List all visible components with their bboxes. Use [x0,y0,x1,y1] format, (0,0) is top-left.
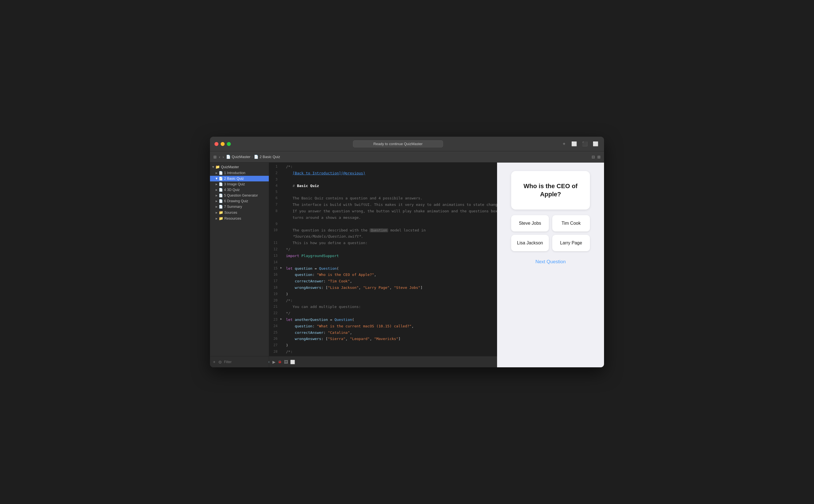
line-code-2: [Back to Introduction](@previous) [285,170,497,177]
titlebar: Ready to continue QuizMaster ＋ ⬜ ⬛ ⬜ [210,137,604,151]
drawing-quiz-expand-icon: ▶ [216,200,218,203]
line-code-13: import PlaygroundSupport [285,253,497,259]
line-number-15: 15 [269,265,280,271]
code-line-21: 21 You can add multiple questions: [269,304,497,310]
breadcrumb-item-1[interactable]: QuizMaster [232,155,250,159]
line-number-12: 12 [269,246,280,252]
add-file-button[interactable]: ＋ [212,359,216,365]
line-number-18: 18 [269,285,280,291]
code-lines: 1 /*: 2 [Back to Introduction](@previous… [269,163,497,356]
toolbar-left: ⊞ ‹ › [214,155,224,159]
line-number-14: 14 [269,259,280,265]
line-number-13: 13 [269,253,280,259]
image-view-button[interactable]: 🖼 [284,360,288,364]
sidebar-items: ▶ 📁 QuizMaster ▶ 📄 1 Introduction ▶ 📄 2 … [210,163,269,356]
code-line-6: 6 The Basic Quiz contains a question and… [269,195,497,202]
sidebar-item-image-quiz[interactable]: ▶ 📄 3 Image Quiz [210,181,269,187]
back-button[interactable]: ‹ [219,155,221,159]
line-number-25: 25 [269,330,280,336]
answer-tim-cook[interactable]: Tim Cook [552,215,590,231]
sidebar-item-label-introduction: 1 Introduction [224,171,246,175]
line-number-24: 24 [269,323,280,329]
answer-lisa-jackson[interactable]: Lisa Jackson [511,235,549,251]
breadcrumb-item-2[interactable]: 2 Basic Quiz [260,155,280,159]
code-line-27: 27 ) [269,342,497,349]
line-number-21: 21 [269,304,280,310]
breadcrumb-icon-1: 📄 [226,155,231,159]
line-number-23: 23 [269,317,280,323]
layout-button-2[interactable]: ⬛ [581,141,589,147]
answer-larry-page[interactable]: Larry Page [552,235,590,251]
minimize-button[interactable] [221,142,225,146]
grid-icon[interactable]: ⊞ [214,155,217,159]
answer-steve-jobs[interactable]: Steve Jobs [511,215,549,231]
toolbar: ⊞ ‹ › 📄 QuizMaster › 📄 2 Basic Quiz ⊟ ⊞ [210,151,604,163]
line-number-20: 20 [269,298,280,303]
3d-quiz-expand-icon: ▶ [216,188,218,191]
sidebar-item-label-summary: 7 Summary [224,205,242,209]
code-line-14: 14 [269,259,497,265]
app-window: Ready to continue QuizMaster ＋ ⬜ ⬛ ⬜ ⊞ ‹… [210,137,604,367]
basic-quiz-page-icon: 📄 [219,177,223,181]
close-button[interactable] [215,142,219,146]
filter-input[interactable] [224,360,266,364]
sources-expand-icon: ▶ [216,211,218,214]
line-code-11: This is how you define a question: [285,240,497,246]
sources-folder-icon: 📁 [219,210,223,215]
sidebar-root-label: QuizMaster [221,165,239,169]
sidebar: ▶ 📁 QuizMaster ▶ 📄 1 Introduction ▶ 📄 2 … [210,163,269,367]
sidebar-item-3d-quiz[interactable]: ▶ 📄 4 3D Quiz [210,187,269,193]
code-line-24: 24 question: "What is the current macOS … [269,323,497,330]
editor-footer: ▶ 🐞 🖼 ⬜ [269,356,497,367]
sidebar-item-basic-quiz[interactable]: ▶ 📄 2 Basic Quiz [210,176,269,181]
code-line-8: 8 If you answer the question wrong, the … [269,208,497,215]
sidebar-button[interactable]: ⊞ [597,155,600,159]
stop-button[interactable]: ⬜ [290,360,295,364]
filter-icon: ⊙ [219,360,222,364]
code-line-19: 19 ) [269,291,497,298]
line-code-24: question: "What is the current macOS (10… [285,323,497,330]
line-code-8b: turns around a shows a message. [285,215,497,221]
line-code-12: */ [285,246,497,253]
debug-button[interactable]: 🐞 [278,360,282,364]
layout-button-1[interactable]: ⬜ [570,141,578,147]
sidebar-item-label-resources: Resources [224,217,241,221]
line-number-8b [269,215,280,215]
line-code-16: question: "Who is the CEO of Apple?", [285,272,497,278]
code-line-26: 26 wrongAnswers: ["Sierra", "Leopard", "… [269,336,497,342]
sidebar-root-icon: 📁 [215,165,220,169]
run-button[interactable]: ▶ [273,360,276,364]
quiz-question-text: Who is the CEO of Apple? [523,183,577,198]
sidebar-item-resources[interactable]: ▶ 📁 Resources [210,215,269,221]
quiz-answers-grid: Steve Jobs Tim Cook Lisa Jackson Larry P… [511,215,590,251]
forward-button[interactable]: › [223,155,224,159]
toolbar-right: ⊟ ⊞ [591,155,600,159]
sidebar-item-introduction[interactable]: ▶ 📄 1 Introduction [210,170,269,176]
code-line-25: 25 correctAnswer: "Catalina", [269,330,497,336]
sidebar-item-label-basic-quiz: 2 Basic Quiz [224,177,244,181]
layout-button-3[interactable]: ⬜ [591,141,599,147]
sidebar-item-summary[interactable]: ▶ 📄 7 Summary [210,204,269,210]
line-run-15[interactable]: ▶ [280,265,285,270]
sidebar-item-label-question-generator: 5 Question Generator [224,193,258,197]
line-code-21: You can add multiple questions: [285,304,497,310]
line-run-23[interactable]: ▶ [280,317,285,321]
sidebar-item-sources[interactable]: ▶ 📁 Sources [210,210,269,215]
maximize-button[interactable] [227,142,231,146]
line-number-1: 1 [269,164,280,170]
sidebar-item-drawing-quiz[interactable]: ▶ 📄 6 Drawing Quiz [210,198,269,204]
line-code-28: /*: [285,349,497,355]
line-code-14 [285,259,497,260]
sidebar-root-item[interactable]: ▶ 📁 QuizMaster [210,164,269,170]
titlebar-right: ＋ ⬜ ⬛ ⬜ [561,140,599,147]
line-number-8: 8 [269,208,280,214]
next-question-button[interactable]: Next Question [533,257,568,267]
image-quiz-page-icon: 📄 [219,182,223,186]
editor-content[interactable]: 1 /*: 2 [Back to Introduction](@previous… [269,163,497,356]
code-line-18: 18 wrongAnswers: ["Lisa Jackson", "Larry… [269,285,497,291]
add-button[interactable]: ＋ [561,140,567,147]
sidebar-item-question-generator[interactable]: ▶ 📄 5 Question Generator [210,193,269,198]
title-search-bar[interactable]: Ready to continue QuizMaster [353,140,443,147]
inspector-button[interactable]: ⊟ [591,155,595,159]
line-number-2: 2 [269,170,280,176]
